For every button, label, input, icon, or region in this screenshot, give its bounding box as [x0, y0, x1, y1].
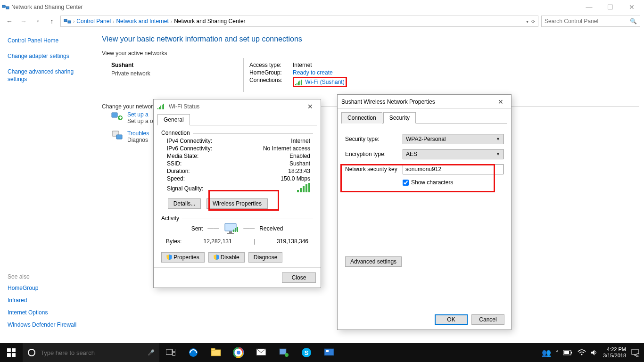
network-key-label: Network security key	[345, 166, 403, 173]
close-window-button[interactable]: ✕	[621, 0, 642, 14]
homegroup-link[interactable]: Ready to create	[293, 69, 333, 76]
svg-rect-12	[233, 230, 234, 232]
chevron-right-icon[interactable]: ›	[113, 19, 114, 24]
app-icon-2[interactable]	[318, 343, 340, 362]
tray-chevron-icon[interactable]: ˄	[556, 350, 559, 356]
skype-icon[interactable]: S	[295, 343, 318, 362]
back-button[interactable]: ←	[4, 16, 15, 27]
notifications-icon[interactable]: 1	[631, 348, 639, 357]
breadcrumb-item[interactable]: Network and Internet	[116, 18, 168, 25]
search-input[interactable]	[545, 18, 630, 25]
speed-value: 150.0 Mbps	[228, 175, 313, 182]
svg-point-19	[28, 349, 35, 356]
chrome-icon[interactable]	[227, 343, 250, 362]
cancel-button[interactable]: Cancel	[471, 314, 504, 325]
people-icon[interactable]: 👥	[542, 348, 551, 357]
edge-icon[interactable]	[182, 343, 205, 362]
svg-rect-15	[7, 348, 11, 352]
task-view-button[interactable]	[159, 343, 182, 362]
svg-rect-24	[211, 350, 221, 356]
encryption-type-combo[interactable]: AES▼	[403, 149, 504, 159]
duration-label: Duration:	[167, 168, 228, 174]
window-title: Network and Sharing Center	[11, 4, 83, 10]
media-label: Media State:	[167, 153, 228, 159]
svg-rect-4	[68, 21, 71, 23]
tab-connection[interactable]: Connection	[341, 112, 382, 123]
see-also-label: See also	[8, 273, 97, 280]
taskbar-search[interactable]: 🎤	[23, 343, 159, 362]
see-also-homegroup[interactable]: HomeGroup	[8, 285, 38, 291]
setup-connection-link[interactable]: Set up a	[127, 111, 149, 118]
connection-link[interactable]: Wi-Fi (Sushant)	[305, 79, 344, 85]
wireless-properties-button[interactable]: Wireless Properties	[206, 198, 268, 209]
adapter-settings-link[interactable]: Change adapter settings	[8, 53, 69, 59]
forward-button[interactable]: →	[18, 16, 29, 27]
svg-rect-37	[571, 352, 572, 354]
address-bar[interactable]: › Control Panel › Network and Internet ›…	[60, 16, 538, 27]
bytes-sent: 12,282,131	[204, 238, 232, 245]
svg-rect-3	[64, 19, 67, 22]
explorer-icon[interactable]	[205, 343, 227, 362]
maximize-button[interactable]: ☐	[600, 0, 621, 14]
active-networks-label: View your active networks	[102, 50, 639, 57]
search-field[interactable]: 🔍	[541, 16, 640, 27]
network-name: Sushant	[111, 62, 243, 68]
see-also-internet-options[interactable]: Internet Options	[8, 309, 48, 316]
network-key-input[interactable]	[403, 164, 504, 174]
show-characters-checkbox[interactable]	[403, 180, 409, 186]
disable-button[interactable]: Disable	[208, 252, 245, 263]
see-also-infrared[interactable]: Infrared	[8, 297, 27, 304]
mail-icon[interactable]	[250, 343, 272, 362]
svg-rect-38	[564, 351, 569, 354]
diagnose-button[interactable]: Diagnose	[248, 252, 283, 263]
minimize-button[interactable]: —	[578, 0, 600, 14]
tab-security[interactable]: Security	[383, 112, 416, 123]
chevron-right-icon[interactable]: ›	[171, 19, 172, 24]
window-titlebar: Network and Sharing Center — ☐ ✕	[0, 0, 644, 14]
details-button[interactable]: Details...	[168, 198, 201, 209]
properties-button[interactable]: Properties	[161, 252, 205, 263]
battery-icon[interactable]	[563, 350, 573, 355]
troubleshoot-desc: Diagnos	[127, 137, 149, 143]
taskbar-search-input[interactable]	[41, 349, 143, 356]
cortana-icon	[27, 348, 36, 357]
tab-general[interactable]: General	[157, 114, 190, 125]
svg-rect-9	[225, 223, 236, 231]
control-panel-home-link[interactable]: Control Panel Home	[8, 37, 58, 44]
advanced-sharing-link[interactable]: Change advanced sharing settings	[8, 68, 74, 83]
breadcrumb-item[interactable]: Control Panel	[76, 18, 111, 25]
breadcrumb-item: Network and Sharing Center	[174, 18, 245, 25]
recent-dropdown[interactable]: ▾	[32, 16, 43, 27]
shield-icon	[214, 255, 219, 260]
speed-label: Speed:	[167, 175, 228, 182]
access-type-value: Internet	[293, 62, 312, 68]
wifi-status-titlebar[interactable]: Wi-Fi Status ✕	[154, 99, 321, 114]
svg-rect-22	[173, 353, 175, 355]
bytes-received: 319,138,346	[277, 238, 308, 245]
up-button[interactable]: ↑	[46, 16, 58, 27]
chevron-right-icon[interactable]: ›	[73, 19, 74, 24]
close-button[interactable]: ✕	[494, 97, 507, 107]
app-icon-1[interactable]	[272, 343, 295, 362]
address-dropdown[interactable]: ▾	[526, 19, 528, 24]
wireless-props-titlebar[interactable]: Sushant Wireless Network Properties ✕	[338, 95, 511, 109]
svg-rect-11	[227, 233, 234, 234]
svg-point-39	[581, 354, 583, 355]
close-button[interactable]: ✕	[304, 102, 317, 111]
taskbar-clock[interactable]: 4:22 PM 3/15/2018	[603, 346, 626, 359]
ok-button[interactable]: OK	[435, 314, 468, 325]
mic-icon[interactable]: 🎤	[148, 349, 155, 356]
volume-icon[interactable]	[591, 349, 598, 356]
troubleshoot-link[interactable]: Troubles	[127, 130, 149, 137]
wifi-tray-icon[interactable]	[578, 349, 586, 356]
close-dialog-button[interactable]: Close	[282, 272, 316, 283]
refresh-button[interactable]: ⟳	[531, 19, 535, 24]
show-characters-label[interactable]: Show characters	[403, 179, 504, 186]
homegroup-label: HomeGroup:	[249, 69, 293, 76]
svg-text:S: S	[305, 349, 309, 356]
advanced-settings-button[interactable]: Advanced settings	[345, 256, 402, 267]
bytes-label: Bytes:	[166, 238, 182, 245]
start-button[interactable]	[0, 343, 23, 362]
see-also-firewall[interactable]: Windows Defender Firewall	[8, 321, 76, 328]
security-type-combo[interactable]: WPA2-Personal▼	[403, 134, 504, 144]
